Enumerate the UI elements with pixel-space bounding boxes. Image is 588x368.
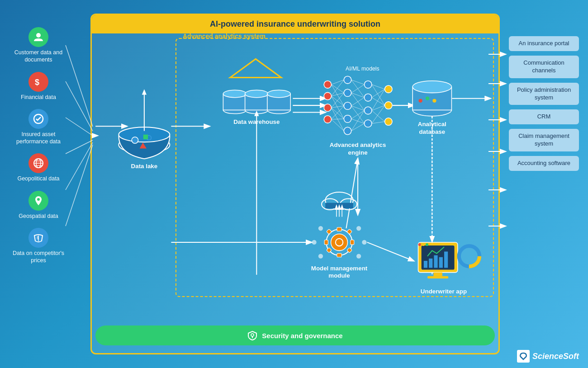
svg-rect-131 — [444, 251, 448, 268]
main-diagram: AI-powered insurance underwriting soluti… — [90, 14, 500, 354]
svg-point-115 — [318, 226, 323, 231]
diagram-content: Advanced analytics system — [92, 33, 498, 349]
svg-line-154 — [66, 118, 93, 136]
svg-point-138 — [426, 243, 428, 246]
logo-text: ScienceSoft — [532, 352, 579, 361]
customer-data-label: Customer data and documents — [9, 49, 68, 64]
svg-point-136 — [418, 243, 421, 246]
svg-line-124 — [367, 242, 414, 261]
svg-line-84 — [372, 89, 385, 110]
input-customer-data: Customer data and documents — [9, 27, 68, 64]
svg-rect-132 — [433, 273, 442, 276]
svg-point-50 — [364, 120, 371, 127]
security-bar: Security and governance — [95, 326, 495, 345]
svg-marker-21 — [230, 59, 281, 77]
svg-line-80 — [372, 85, 385, 89]
svg-point-105 — [331, 234, 348, 250]
svg-point-116 — [356, 226, 361, 231]
svg-line-67 — [332, 119, 344, 131]
left-inputs-panel: Customer data and documents $ Financial … — [9, 27, 68, 264]
sciencesoft-logo: ScienceSoft — [517, 350, 579, 363]
svg-text:AI/ML models: AI/ML models — [346, 66, 379, 72]
svg-point-41 — [324, 116, 331, 123]
input-geopolitical: Geopolitical data — [9, 153, 68, 182]
svg-text:Data lake: Data lake — [131, 163, 158, 170]
svg-rect-111 — [347, 229, 352, 234]
svg-point-96 — [426, 97, 429, 100]
geospatial-label: Geospatial data — [19, 212, 58, 220]
output-claim-mgmt: Claim management system — [509, 129, 579, 151]
financial-data-label: Financial data — [21, 94, 56, 101]
svg-text:$: $ — [35, 78, 39, 87]
svg-rect-15 — [143, 135, 148, 139]
svg-line-74 — [351, 106, 365, 110]
svg-line-82 — [372, 89, 385, 97]
svg-point-53 — [385, 118, 392, 125]
output-policy-admin: Policy administration system — [509, 83, 579, 105]
svg-rect-109 — [351, 240, 354, 245]
svg-point-151 — [251, 334, 254, 336]
svg-text:Underwriter app: Underwriter app — [421, 288, 467, 295]
svg-rect-128 — [429, 259, 432, 268]
financial-data-icon: $ — [28, 72, 48, 92]
right-outputs-panel: An insurance portal Communication channe… — [509, 36, 579, 171]
svg-line-156 — [66, 142, 93, 190]
customer-data-icon — [28, 27, 48, 47]
svg-rect-110 — [327, 229, 332, 234]
insured-asset-label: Insured asset performance data — [9, 131, 68, 146]
geopolitical-icon — [28, 153, 48, 173]
input-competitor-prices: $ Data on competitor's prices — [9, 228, 68, 264]
svg-line-58 — [332, 93, 344, 96]
svg-point-8 — [37, 198, 40, 201]
svg-point-49 — [364, 107, 371, 114]
svg-text:Advanced analytics: Advanced analytics — [330, 142, 386, 148]
svg-point-13 — [132, 137, 138, 143]
output-arrows-svg — [486, 36, 509, 307]
input-financial-data: $ Financial data — [9, 72, 68, 101]
svg-point-0 — [36, 33, 41, 38]
svg-line-77 — [351, 119, 365, 123]
svg-rect-108 — [324, 240, 328, 245]
svg-point-44 — [344, 102, 351, 109]
geopolitical-label: Geopolitical data — [17, 175, 59, 182]
svg-point-24 — [223, 90, 246, 97]
svg-point-120 — [362, 240, 366, 245]
svg-point-43 — [344, 89, 351, 96]
competitor-icon: $ — [28, 228, 48, 248]
svg-text:module: module — [328, 272, 350, 279]
svg-point-118 — [356, 254, 361, 259]
svg-point-42 — [344, 76, 351, 83]
svg-rect-130 — [439, 257, 443, 268]
svg-line-76 — [351, 110, 365, 118]
svg-line-59 — [332, 96, 344, 106]
svg-point-39 — [324, 92, 331, 99]
input-arrows-svg — [63, 27, 100, 307]
output-accounting: Accounting software — [509, 156, 579, 171]
svg-line-153 — [66, 81, 93, 131]
output-crm: CRM — [509, 109, 579, 124]
svg-text:Model management: Model management — [311, 265, 368, 272]
svg-line-70 — [351, 85, 365, 93]
svg-line-55 — [332, 85, 344, 93]
svg-point-30 — [267, 90, 290, 97]
svg-rect-127 — [424, 261, 427, 268]
svg-line-73 — [351, 98, 365, 106]
svg-rect-106 — [337, 227, 341, 231]
svg-line-81 — [372, 85, 385, 105]
insured-asset-icon — [28, 109, 48, 129]
svg-line-157 — [66, 145, 93, 226]
svg-line-152 — [66, 45, 93, 127]
svg-point-47 — [364, 81, 371, 88]
svg-marker-19 — [142, 89, 147, 94]
svg-line-66 — [332, 119, 344, 119]
shield-icon — [247, 330, 257, 340]
svg-rect-133 — [427, 276, 448, 278]
logo-icon — [517, 350, 530, 363]
svg-text:engine: engine — [348, 149, 368, 156]
svg-point-46 — [344, 127, 351, 134]
competitor-label: Data on competitor's prices — [9, 250, 68, 264]
svg-rect-129 — [434, 255, 437, 268]
svg-point-51 — [385, 85, 392, 93]
input-insured-asset: Insured asset performance data — [9, 109, 68, 146]
svg-line-155 — [66, 140, 93, 154]
